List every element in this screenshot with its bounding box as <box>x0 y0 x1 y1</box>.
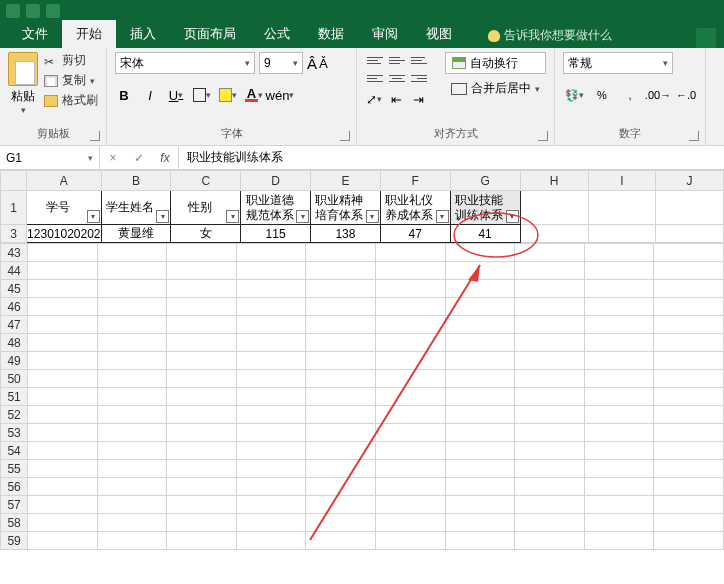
tab-data[interactable]: 数据 <box>304 20 358 48</box>
increase-indent-button[interactable]: ⇥ <box>409 90 427 108</box>
filter-icon[interactable]: ▾ <box>87 210 100 223</box>
align-right-button[interactable] <box>409 70 429 86</box>
align-left-button[interactable] <box>365 70 385 86</box>
tab-home[interactable]: 开始 <box>62 20 116 48</box>
cell[interactable] <box>28 460 98 478</box>
cell[interactable] <box>306 298 376 316</box>
table-header-cell[interactable]: 学号▾ <box>27 191 101 225</box>
cell[interactable] <box>654 388 724 406</box>
spreadsheet-grid[interactable]: A B C D E F G H I J 1 学号▾ 学生姓名▾ 性别▾ 职业道德… <box>0 170 724 584</box>
cell[interactable] <box>515 532 585 550</box>
cell[interactable] <box>306 478 376 496</box>
cell[interactable] <box>515 406 585 424</box>
cell[interactable] <box>236 442 306 460</box>
cell[interactable] <box>654 370 724 388</box>
cell[interactable] <box>588 191 656 225</box>
table-header-cell[interactable]: 学生姓名▾ <box>101 191 171 225</box>
row-header[interactable]: 55 <box>1 460 28 478</box>
cell[interactable] <box>520 225 588 243</box>
row-header[interactable]: 50 <box>1 370 28 388</box>
table-header-cell[interactable]: 职业道德规范体系▾ <box>241 191 311 225</box>
cell[interactable] <box>515 316 585 334</box>
format-painter-button[interactable]: 格式刷 <box>44 92 98 109</box>
cell[interactable] <box>167 316 237 334</box>
cell[interactable] <box>376 406 446 424</box>
cell[interactable] <box>167 280 237 298</box>
row-header[interactable]: 54 <box>1 442 28 460</box>
cell[interactable] <box>654 244 724 262</box>
cell[interactable] <box>445 514 515 532</box>
cell[interactable] <box>306 514 376 532</box>
col-header[interactable]: F <box>380 171 450 191</box>
shrink-font-icon[interactable]: Ǎ <box>319 56 328 71</box>
table-header-cell[interactable]: 职业礼仪养成体系▾ <box>380 191 450 225</box>
wrap-text-button[interactable]: 自动换行 <box>445 52 546 74</box>
cell[interactable] <box>515 280 585 298</box>
cell[interactable] <box>584 334 654 352</box>
cell[interactable] <box>306 532 376 550</box>
cell[interactable] <box>97 334 167 352</box>
cell[interactable] <box>515 478 585 496</box>
cell[interactable] <box>376 352 446 370</box>
cell[interactable] <box>584 262 654 280</box>
tab-layout[interactable]: 页面布局 <box>170 20 250 48</box>
cell[interactable] <box>306 496 376 514</box>
cell[interactable] <box>584 316 654 334</box>
table-header-cell[interactable]: 职业技能训练体系▾ <box>450 191 520 225</box>
cell[interactable] <box>445 496 515 514</box>
cell[interactable] <box>97 406 167 424</box>
row-header[interactable]: 47 <box>1 316 28 334</box>
formula-input[interactable]: 职业技能训练体系 <box>179 146 724 169</box>
filter-active-icon[interactable]: ▾ <box>506 210 519 223</box>
col-header[interactable]: G <box>450 171 520 191</box>
cell[interactable] <box>584 244 654 262</box>
cell[interactable] <box>376 442 446 460</box>
row-header[interactable]: 1 <box>1 191 27 225</box>
align-top-button[interactable] <box>365 52 385 68</box>
cell[interactable] <box>97 514 167 532</box>
cell[interactable] <box>167 244 237 262</box>
cell[interactable] <box>654 496 724 514</box>
filter-icon[interactable]: ▾ <box>436 210 449 223</box>
cell[interactable] <box>376 262 446 280</box>
cell[interactable]: 138 <box>311 225 381 243</box>
cell[interactable] <box>236 334 306 352</box>
cell[interactable] <box>97 460 167 478</box>
align-middle-button[interactable] <box>387 52 407 68</box>
tab-formulas[interactable]: 公式 <box>250 20 304 48</box>
cell[interactable] <box>97 424 167 442</box>
cell[interactable] <box>654 262 724 280</box>
cancel-formula-button[interactable]: × <box>100 146 126 169</box>
cell[interactable] <box>97 532 167 550</box>
cell[interactable] <box>97 442 167 460</box>
cell[interactable] <box>584 280 654 298</box>
col-header[interactable]: A <box>27 171 101 191</box>
cell[interactable] <box>515 262 585 280</box>
cell[interactable] <box>584 442 654 460</box>
cell[interactable] <box>236 424 306 442</box>
redo-icon[interactable] <box>46 4 60 18</box>
cell[interactable] <box>376 370 446 388</box>
cell[interactable] <box>236 460 306 478</box>
insert-function-button[interactable]: fx <box>152 146 178 169</box>
cell[interactable] <box>654 532 724 550</box>
cell[interactable] <box>654 514 724 532</box>
cell[interactable] <box>445 388 515 406</box>
cell[interactable] <box>445 334 515 352</box>
cell[interactable] <box>306 316 376 334</box>
number-format-select[interactable]: 常规 ▾ <box>563 52 673 74</box>
cell[interactable] <box>306 388 376 406</box>
percent-button[interactable]: % <box>591 86 613 104</box>
cell[interactable] <box>236 370 306 388</box>
cell[interactable] <box>445 280 515 298</box>
cell[interactable] <box>445 244 515 262</box>
cell[interactable] <box>306 352 376 370</box>
row-header[interactable]: 56 <box>1 478 28 496</box>
row-header[interactable]: 58 <box>1 514 28 532</box>
cell[interactable] <box>28 496 98 514</box>
underline-button[interactable]: U▾ <box>167 86 185 104</box>
cell[interactable] <box>654 442 724 460</box>
cell[interactable] <box>97 262 167 280</box>
cell[interactable] <box>376 316 446 334</box>
cell[interactable] <box>445 478 515 496</box>
